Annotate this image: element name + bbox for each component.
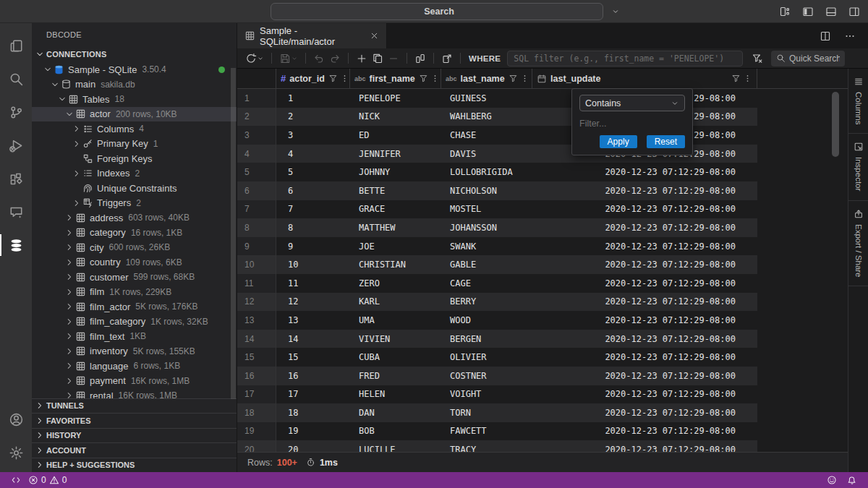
tree-item-primary-key[interactable]: Primary Key1 [32,137,237,152]
tab-sample-sqlite-main-actor[interactable]: Sample - SQLite/main/actor [237,23,387,48]
add-row-button[interactable] [354,51,370,67]
cell-last-name[interactable]: SWANK [441,237,532,256]
table-row[interactable]: 55JOHNNYLOLLOBRIGIDA2020-12-23 07:12:29-… [237,163,848,181]
tree-item-country[interactable]: country109 rows, 6KB [32,255,237,270]
history-forward-button[interactable] [226,3,244,20]
tab-close-button[interactable] [370,31,379,40]
cell-actor-id[interactable]: 18 [276,403,350,422]
copilot-menu-button[interactable] [610,7,620,16]
cell-first-name[interactable]: UMA [350,311,441,330]
split-editor-button[interactable] [817,28,833,44]
activity-settings[interactable] [0,436,32,469]
cell-last-update[interactable]: 2020-12-23 07:12:29-08:00 [532,218,757,237]
cell-first-name[interactable]: MATTHEW [350,218,441,237]
column-filter-icon[interactable] [509,74,518,83]
cell-first-name[interactable]: ZERO [350,274,441,293]
column-header-actor-id[interactable]: #actor_id [276,69,350,88]
sql-filter-input[interactable] [507,51,743,67]
cell-last-name[interactable]: OLIVIER [441,348,532,367]
cell-last-update[interactable]: 2020-12-23 07:12:29-08:00 [532,311,757,330]
table-row[interactable]: 1919BOBFAWCETT2020-12-23 07:12:29-08:00 [237,422,848,441]
cell-first-name[interactable]: FRED [350,367,441,385]
cell-actor-id[interactable]: 17 [276,385,350,404]
refresh-button[interactable] [243,51,266,67]
cell-last-name[interactable]: FAWCETT [441,422,532,441]
sidebar-section-favorites[interactable]: FAVORITES [32,413,237,428]
side-tab-inspector[interactable]: Inspector [848,134,868,200]
cell-last-update[interactable]: 2020-12-23 07:12:29-08:00 [532,237,757,256]
cell-actor-id[interactable]: 14 [276,330,350,348]
table-row[interactable]: 99JOESWANK2020-12-23 07:12:29-08:00 [237,237,848,256]
cell-actor-id[interactable]: 19 [276,422,350,441]
cell-last-update[interactable]: 2020-12-23 07:12:29-08:00 [532,200,757,219]
cell-last-name[interactable]: WAHLBERG [441,108,532,127]
cell-actor-id[interactable]: 5 [276,163,350,181]
cell-first-name[interactable]: CHRISTIAN [350,255,441,274]
table-row[interactable]: 1313UMAWOOD2020-12-23 07:12:29-08:00 [237,311,848,330]
customize-layout-button[interactable] [777,4,793,20]
filter-operator-select[interactable]: Contains [579,95,685,111]
cell-last-name[interactable]: JOHANSSON [441,218,532,237]
editor-more-actions-button[interactable] [842,28,858,44]
cell-last-name[interactable]: GABLE [441,255,532,274]
table-row[interactable]: 77GRACEMOSTEL2020-12-23 07:12:29-08:00 [237,200,848,219]
table-row[interactable]: 1515CUBAOLIVIER2020-12-23 07:12:29-08:00 [237,348,848,367]
tree-item-inventory[interactable]: inventory5K rows, 155KB [32,344,237,359]
feedback-button[interactable] [823,472,841,488]
table-row[interactable]: 1212KARLBERRY2020-12-23 07:12:29-08:00 [237,293,848,312]
cell-last-name[interactable]: MOSTEL [441,200,532,219]
table-row[interactable]: 88MATTHEWJOHANSSON2020-12-23 07:12:29-08… [237,218,848,237]
tree-item-foreign-keys[interactable]: Foreign Keys [32,151,237,166]
cell-last-name[interactable]: TORN [441,403,532,422]
table-row[interactable]: 44JENNIFERDAVIS2020-12-23 07:12:29-08:00 [237,145,848,163]
table-row[interactable]: 2020LUCILLETRACY2020-12-23 07:12:29-08:0… [237,440,848,452]
cell-last-update[interactable]: 2020-12-23 07:12:29-08:00 [532,440,757,452]
cell-last-name[interactable]: DAVIS [441,145,532,163]
quick-search-input[interactable] [789,53,840,64]
activity-account[interactable] [0,403,32,436]
cell-last-update[interactable]: 2020-12-23 07:12:29-08:00 [532,330,757,348]
cell-actor-id[interactable]: 7 [276,200,350,219]
activity-search[interactable] [0,62,32,95]
cell-last-name[interactable]: VOIGHT [441,385,532,404]
cell-last-update[interactable]: 2020-12-23 07:12:29-08:00 [532,385,757,404]
cell-last-name[interactable]: TRACY [441,440,532,452]
side-tab-columns[interactable]: Columns [848,69,868,134]
table-row[interactable]: 66BETTENICHOLSON2020-12-23 07:12:29-08:0… [237,181,848,200]
table-row[interactable]: 1111ZEROCAGE2020-12-23 07:12:29-08:00 [237,274,848,293]
tree-item-film-text[interactable]: film_text1KB [32,329,237,344]
edit-columns-button[interactable] [412,51,428,67]
sidebar-scrollbar[interactable] [231,68,236,399]
cell-first-name[interactable]: BOB [350,422,441,441]
command-center-search[interactable]: Search [271,3,603,20]
sidebar-section-help-suggestions[interactable]: HELP + SUGGESTIONS [32,458,237,473]
table-row[interactable]: 1414VIVIENBERGEN2020-12-23 07:12:29-08:0… [237,330,848,348]
cell-actor-id[interactable]: 10 [276,255,350,274]
filter-value-input[interactable] [579,117,685,130]
delete-row-button[interactable] [386,51,401,67]
tree-item-payment[interactable]: payment16K rows, 1MB [32,374,237,389]
table-row[interactable]: 11PENELOPEGUINESS2020-12-23 07:12:29-08:… [237,89,848,108]
cell-first-name[interactable]: VIVIEN [350,330,441,348]
cell-last-name[interactable]: LOLLOBRIGIDA [441,163,532,181]
cell-last-update[interactable]: 2020-12-23 07:12:29-08:00 [532,403,757,422]
cell-last-update[interactable]: 2020-12-23 07:12:29-08:00 [532,348,757,367]
cell-first-name[interactable]: BETTE [350,181,441,200]
notifications-button[interactable] [843,472,861,488]
cell-first-name[interactable]: JOE [350,237,441,256]
tree-item-film-category[interactable]: film_category1K rows, 32KB [32,314,237,330]
table-row[interactable]: 1717HELENVOIGHT2020-12-23 07:12:29-08:00 [237,385,848,404]
cell-last-update[interactable]: 2020-12-23 07:12:29-08:00 [532,367,757,385]
tree-item-unique-constraints[interactable]: Unique Constraints [32,181,237,196]
tree-item-sample-sqlite[interactable]: Sample - SQLite3.50.4 [32,62,237,77]
sidebar-section-tunnels[interactable]: TUNNELS [32,398,237,414]
column-menu-icon[interactable] [520,74,529,83]
cell-last-name[interactable]: CAGE [441,274,532,293]
table-row[interactable]: 1616FREDCOSTNER2020-12-23 07:12:29-08:00 [237,367,848,385]
activity-database[interactable] [0,228,32,262]
tree-item-film[interactable]: film1K rows, 229KB [32,285,237,300]
cell-last-update[interactable]: 2020-12-23 07:12:29-08:00 [532,274,757,293]
tree-item-tables[interactable]: Tables18 [32,92,237,107]
undo-button[interactable] [311,51,327,67]
activity-run-debug[interactable] [0,129,32,162]
